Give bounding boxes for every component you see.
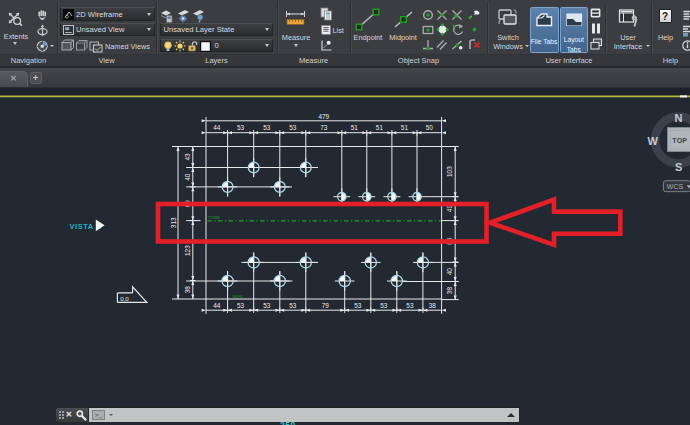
chain-dim-text: 51	[351, 124, 359, 131]
snap-nearest-icon[interactable]	[451, 39, 464, 51]
dim-tick	[442, 119, 446, 122]
measure-icon[interactable]	[285, 9, 306, 28]
orbit-icon[interactable]	[36, 24, 49, 37]
panel-label-object-snap[interactable]: Object Snap	[350, 56, 487, 65]
command-input-bar[interactable]: >_	[89, 407, 521, 423]
switch-windows-icon[interactable]	[496, 7, 519, 30]
zoom-extents-dropdown-icon[interactable]	[13, 42, 17, 45]
command-bar-grip-section[interactable]: ✕	[55, 407, 89, 423]
layer-on-bulb-icon[interactable]	[163, 41, 173, 52]
layout-tabs-toggle[interactable]: Layout Tabs	[560, 7, 588, 54]
tile-vertically-icon[interactable]	[591, 23, 601, 34]
centerline-note: T2 9MM	[208, 216, 220, 220]
snap-none-icon[interactable]	[468, 38, 482, 51]
user-interface-button[interactable]: User Interface	[606, 33, 650, 51]
pan-icon[interactable]	[36, 8, 49, 21]
new-tab-button[interactable]: +	[30, 72, 42, 84]
cut-off-icon-1[interactable]	[682, 9, 690, 22]
snap-node-icon[interactable]	[471, 26, 478, 33]
chain-dim-text: 44	[213, 124, 221, 131]
view-select[interactable]: Unsaved View	[60, 23, 155, 37]
named-viewport-icon[interactable]	[75, 39, 88, 52]
cut-off-icon-2[interactable]	[682, 25, 690, 37]
dim-tick	[202, 119, 206, 122]
snap-extension-icon[interactable]	[467, 9, 481, 21]
layer-color-swatch[interactable]	[200, 41, 211, 52]
viewcube-south-label[interactable]: S	[675, 161, 682, 173]
switch-windows-button[interactable]: Switch Windows	[486, 33, 530, 51]
info-icon[interactable]	[682, 40, 690, 51]
command-bar-drag-handle[interactable]	[59, 411, 64, 420]
list-icon[interactable]	[320, 24, 332, 36]
measure-dropdown-icon[interactable]	[294, 44, 298, 47]
chain-dim-text: 53	[380, 302, 388, 309]
snap-perpendicular-icon[interactable]	[422, 39, 434, 51]
tab-close-icon[interactable]: ✕	[10, 74, 17, 83]
help-button[interactable]: Help	[655, 33, 676, 42]
command-prompt-icon[interactable]: >_	[92, 410, 105, 421]
dim-text-313: 313	[170, 217, 177, 228]
named-views-icon[interactable]	[89, 39, 103, 53]
dim-tick	[454, 192, 457, 196]
zoom-extents-button[interactable]: Extents	[0, 32, 32, 41]
help-icon[interactable]: ?	[659, 9, 672, 23]
cascade-windows-icon[interactable]	[590, 38, 602, 50]
snap-insertion-icon[interactable]	[422, 24, 434, 36]
command-prompt-dropdown-icon[interactable]	[109, 414, 113, 416]
annotation-highlight-rect[interactable]	[158, 204, 487, 242]
snap-tangent-icon[interactable]	[451, 23, 464, 36]
cad-drawing[interactable]: 4793134453535373515151504453535379535353…	[0, 88, 690, 425]
command-bar-customize-wrench-icon[interactable]	[76, 410, 88, 422]
snap-quadrant-icon[interactable]	[436, 23, 449, 36]
layer-lock-icon[interactable]	[187, 41, 199, 52]
layer-state-select[interactable]: Unsaved Layer State	[160, 23, 273, 37]
file-tabs-toggle[interactable]: File Tabs	[530, 7, 559, 54]
dim-tick	[388, 131, 392, 134]
chain-dim-text: 44	[213, 302, 221, 309]
layer-select[interactable]: 0	[160, 39, 273, 53]
snap-endpoint-icon[interactable]	[355, 8, 380, 31]
viewport-config-icon[interactable]	[61, 39, 74, 52]
dim-tick	[442, 131, 446, 134]
visual-style-select[interactable]: 2D Wireframe	[60, 7, 155, 21]
snap-midpoint-button[interactable]: Midpoint	[383, 33, 423, 42]
layer-freeze-sun-icon[interactable]	[174, 40, 186, 52]
named-views-button[interactable]: Named Views	[105, 42, 157, 51]
viewcube[interactable]: N W S TOP WCS	[648, 112, 690, 192]
id-point-icon[interactable]	[320, 39, 333, 52]
panel-label-user-interface[interactable]: User Interface	[487, 56, 651, 65]
command-history-expand-icon[interactable]	[507, 413, 515, 417]
layer-properties-icon[interactable]	[160, 9, 173, 23]
viewcube-top-face-label[interactable]: TOP	[672, 137, 687, 144]
wcs-label[interactable]: WCS	[667, 183, 684, 190]
snap-intersection-icon[interactable]	[436, 9, 448, 21]
zoom-extents-icon[interactable]	[5, 9, 25, 29]
panel-label-view[interactable]: View	[57, 56, 156, 65]
panel-label-navigation[interactable]: Navigation	[0, 56, 57, 65]
layer-isolate-icon[interactable]	[192, 9, 205, 23]
layer-state-icon[interactable]	[177, 9, 190, 23]
panel-label-help[interactable]: Help	[651, 56, 690, 65]
snap-center-icon[interactable]	[422, 9, 434, 21]
autocad-window: Extents 2D Wireframe	[0, 0, 690, 425]
steering-wheel-icon[interactable]	[36, 40, 49, 53]
dim-tick	[371, 309, 375, 312]
snap-parallel-icon[interactable]	[436, 39, 448, 51]
snap-apparent-intersection-icon[interactable]	[451, 9, 463, 21]
snap-midpoint-icon[interactable]	[391, 8, 416, 31]
measure-button[interactable]: Measure	[278, 33, 314, 42]
user-interface-dropdown-icon[interactable]	[646, 45, 650, 47]
annotation-arrow[interactable]	[490, 200, 620, 245]
viewcube-north-label[interactable]: N	[675, 112, 683, 124]
panel-label-measure[interactable]: Measure	[277, 56, 350, 65]
panel-label-layers[interactable]: Layers	[156, 56, 277, 65]
steering-wheel-dropdown-icon[interactable]	[50, 45, 54, 47]
command-bar-close-icon[interactable]: ✕	[66, 410, 73, 419]
dim-tick	[454, 221, 457, 225]
viewcube-west-label[interactable]: W	[648, 135, 659, 147]
quick-calc-icon[interactable]	[320, 7, 333, 21]
tile-horizontally-icon[interactable]	[590, 8, 601, 18]
plate-outline[interactable]	[206, 147, 442, 300]
dim-tick	[342, 131, 346, 134]
user-interface-icon[interactable]	[618, 8, 639, 29]
